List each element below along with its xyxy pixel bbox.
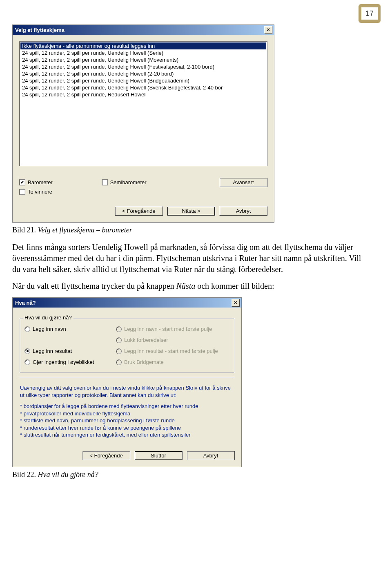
info-item: startliste med navn, parnummer og bordpl…	[20, 417, 234, 424]
radio-label: Legg inn resultat - start med første pul…	[124, 348, 218, 354]
prev-button[interactable]: < Föregående	[115, 206, 163, 216]
list-item[interactable]: 24 spill, 12 runder, 2 spill per runde, …	[20, 56, 266, 63]
page-number-badge: 17	[359, 4, 381, 23]
list-item[interactable]: 24 spill, 12 runder, 2 spill per runde, …	[20, 63, 266, 70]
list-item[interactable]: 24 spill, 12 runder, 2 spill per runde, …	[20, 84, 266, 91]
dialog-velg-flytteskjema: Velg et flytteskjema ✕ Ikke flytteskjema…	[12, 25, 274, 223]
barometer-checkbox[interactable]: ✔ Barometer	[19, 179, 53, 185]
cancel-button[interactable]: Avbryt	[187, 451, 235, 460]
figure-title: Hva vil du gjöre nå?	[38, 471, 98, 479]
checkbox-icon: ✔	[19, 179, 25, 185]
titlebar: Velg et flytteskjema ✕	[13, 25, 274, 35]
dialog-title: Velg et flytteskjema	[15, 27, 65, 33]
group-legend: Hva vil du gjøre nå?	[23, 314, 74, 321]
tovinnere-checkbox[interactable]: To vinnere	[19, 189, 219, 195]
radio-lukk-forberedelser: Lukk forberedelser	[116, 335, 229, 345]
finish-button[interactable]: Slutför	[134, 451, 183, 460]
semibarometer-checkbox[interactable]: Semibarometer	[102, 179, 147, 185]
radio-icon	[116, 359, 122, 365]
figure-caption-21: Bild 21. Velg et flytteskjema – baromete…	[12, 226, 380, 234]
body-paragraph: Det finns många sorters Uendelig Howell …	[12, 242, 363, 275]
close-icon[interactable]: ✕	[264, 26, 272, 34]
page-number: 17	[361, 7, 378, 20]
body-paragraph: När du valt ett flyttschema trycker du p…	[12, 281, 363, 292]
list-item[interactable]: 24 spill, 12 runder, 2 spill per runde, …	[20, 77, 266, 84]
radio-legg-inn-navn-pulje: Legg inn navn - start med første pulje	[116, 324, 229, 334]
checkbox-icon	[19, 189, 25, 195]
cancel-button[interactable]: Avbryt	[219, 206, 267, 216]
info-text: Uavhengig av ditt valg ovenfor kan du i …	[19, 379, 235, 439]
dialog-title: Hva nå?	[15, 300, 36, 306]
info-item: runderesultat etter hver runde før å kun…	[20, 424, 234, 432]
radio-icon	[116, 326, 122, 332]
radio-legg-inn-resultat[interactable]: Legg inn resultat	[24, 346, 114, 356]
titlebar: Hva nå? ✕	[13, 298, 241, 308]
radio-label: Gjør ingenting i øyeblikket	[33, 359, 94, 365]
radio-label: Legg inn navn	[33, 326, 66, 332]
groupbox-hva-vil-du: Hva vil du gjøre nå? Legg inn navn Legg …	[19, 318, 235, 373]
divider	[19, 377, 235, 378]
radio-bruk-bridgemate: Bruk Bridgemate	[116, 357, 229, 367]
radio-legg-inn-navn[interactable]: Legg inn navn	[24, 324, 114, 334]
checkbox-icon	[102, 179, 108, 185]
movement-listbox[interactable]: Ikke flytteskjema - alle parnummer og re…	[19, 41, 267, 166]
list-item[interactable]: Ikke flytteskjema - alle parnummer og re…	[20, 42, 266, 49]
radio-icon	[24, 359, 30, 365]
figure-caption-22: Bild 22. Hva vil du gjöre nå?	[12, 471, 380, 479]
next-button[interactable]: Nästa >	[167, 206, 215, 216]
radio-label: Legg inn navn - start med første pulje	[124, 326, 212, 332]
info-item: sluttresultat når turneringen er ferdigs…	[20, 431, 234, 439]
avansert-button[interactable]: Avansert	[219, 178, 267, 187]
figure-number: Bild 21.	[12, 226, 36, 234]
tovinnere-label: To vinnere	[28, 189, 52, 195]
radio-label: Legg inn resultat	[33, 348, 72, 354]
prev-button[interactable]: < Föregående	[82, 451, 130, 460]
semibarometer-label: Semibarometer	[110, 179, 147, 185]
figure-number: Bild 22.	[12, 471, 36, 479]
figure-title: Velg et flytteskjema – barometer	[38, 226, 132, 234]
info-lead: Uavhengig av ditt valg ovenfor kan du i …	[20, 384, 234, 399]
dialog-hva-naa: Hva nå? ✕ Hva vil du gjøre nå? Legg inn …	[12, 297, 242, 467]
radio-icon	[116, 337, 122, 343]
radio-icon	[24, 326, 30, 332]
list-item[interactable]: 24 spill, 12 runder, 2 spill per runde, …	[20, 91, 266, 98]
barometer-label: Barometer	[28, 179, 53, 185]
radio-icon	[116, 348, 122, 354]
radio-label: Lukk forberedelser	[124, 337, 168, 343]
radio-label: Bruk Bridgemate	[124, 359, 164, 365]
radio-legg-inn-resultat-pulje: Legg inn resultat - start med første pul…	[116, 346, 229, 356]
list-item[interactable]: 24 spill, 12 runder, 2 spill per runde, …	[20, 49, 266, 56]
close-icon[interactable]: ✕	[232, 299, 240, 307]
list-item[interactable]: 24 spill, 12 runder, 2 spill per runde, …	[20, 70, 266, 77]
radio-icon	[24, 348, 30, 354]
info-item: privatprotokoller med individuelle flytt…	[20, 410, 234, 417]
radio-gjor-ingenting[interactable]: Gjør ingenting i øyeblikket	[24, 357, 114, 367]
info-item: bordplansjer for å legge på bordene med …	[20, 403, 234, 410]
